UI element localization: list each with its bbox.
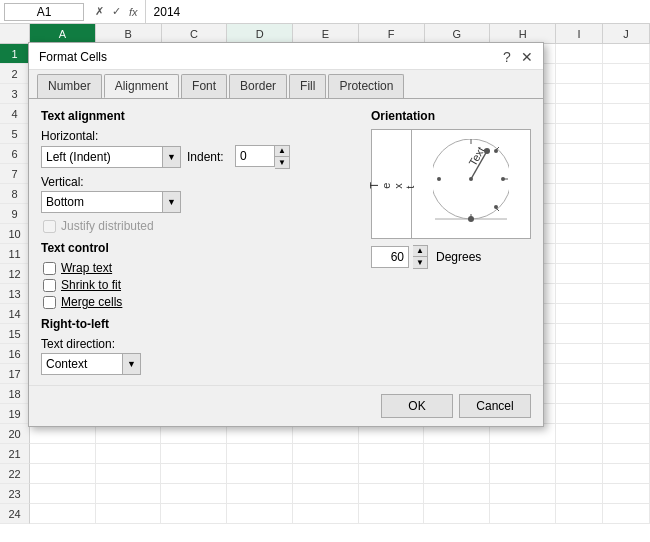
indent-input[interactable] bbox=[235, 145, 275, 167]
dialog-controls: ? ✕ bbox=[499, 49, 535, 65]
help-button[interactable]: ? bbox=[499, 49, 515, 65]
tab-font[interactable]: Font bbox=[181, 74, 227, 98]
indent-spinner-buttons: ▲ ▼ bbox=[275, 145, 290, 169]
shrink-to-fit-checkbox[interactable] bbox=[43, 279, 56, 292]
vertical-dropdown[interactable]: Bottom ▼ bbox=[41, 191, 181, 213]
vertical-value: Bottom bbox=[42, 195, 162, 209]
text-direction-label: Text direction: bbox=[41, 337, 359, 351]
degrees-input[interactable] bbox=[371, 246, 409, 268]
orientation-box[interactable]: Text bbox=[371, 129, 531, 239]
justify-distributed-checkbox[interactable] bbox=[43, 220, 56, 233]
vertical-label: Vertical: bbox=[41, 175, 359, 189]
tab-number[interactable]: Number bbox=[37, 74, 102, 98]
horizontal-dropdown[interactable]: Left (Indent) ▼ bbox=[41, 146, 181, 168]
orient-angle-area[interactable]: Text bbox=[412, 130, 530, 238]
left-panel: Text alignment Horizontal: Left (Indent)… bbox=[41, 109, 359, 375]
svg-point-9 bbox=[469, 177, 473, 181]
tab-alignment[interactable]: Alignment bbox=[104, 74, 179, 98]
dialog-title-bar: Format Cells ? ✕ bbox=[29, 43, 543, 70]
wrap-text-checkbox[interactable] bbox=[43, 262, 56, 275]
horizontal-arrow-icon[interactable]: ▼ bbox=[162, 147, 180, 167]
text-direction-arrow-icon[interactable]: ▼ bbox=[122, 354, 140, 374]
indent-label: Indent: bbox=[187, 150, 227, 164]
orientation-semicircle[interactable]: Text bbox=[433, 139, 509, 229]
vertical-arrow-icon[interactable]: ▼ bbox=[162, 192, 180, 212]
shrink-to-fit-label: Shrink to fit bbox=[61, 278, 121, 292]
orient-vertical-text[interactable]: Text bbox=[372, 130, 412, 238]
text-control-label: Text control bbox=[41, 241, 359, 255]
svg-point-13 bbox=[494, 205, 498, 209]
indent-spinner[interactable]: ▲ ▼ bbox=[235, 145, 290, 169]
degrees-down-btn[interactable]: ▼ bbox=[413, 257, 427, 268]
svg-point-7 bbox=[484, 148, 490, 154]
degrees-label: Degrees bbox=[436, 250, 481, 264]
wrap-text-row: Wrap text bbox=[43, 261, 359, 275]
indent-up-btn[interactable]: ▲ bbox=[275, 146, 289, 157]
cancel-button[interactable]: Cancel bbox=[459, 394, 531, 418]
wrap-text-label: Wrap text bbox=[61, 261, 112, 275]
horizontal-label: Horizontal: bbox=[41, 129, 359, 143]
degrees-row: ▲ ▼ Degrees bbox=[371, 245, 531, 269]
merge-cells-row: Merge cells bbox=[43, 295, 359, 309]
text-alignment-label: Text alignment bbox=[41, 109, 359, 123]
tab-border[interactable]: Border bbox=[229, 74, 287, 98]
right-to-left-label: Right-to-left bbox=[41, 317, 359, 331]
svg-point-8 bbox=[468, 216, 474, 222]
tab-fill[interactable]: Fill bbox=[289, 74, 326, 98]
right-panel: Orientation Text bbox=[371, 109, 531, 375]
dialog-body: Text alignment Horizontal: Left (Indent)… bbox=[29, 98, 543, 385]
svg-point-10 bbox=[501, 177, 505, 181]
degrees-spinner-buttons: ▲ ▼ bbox=[413, 245, 428, 269]
dialog-footer: OK Cancel bbox=[29, 385, 543, 426]
format-cells-dialog: Format Cells ? ✕ Number Alignment Font B… bbox=[28, 42, 544, 427]
svg-point-11 bbox=[437, 177, 441, 181]
vertical-text-label: Text bbox=[368, 179, 416, 189]
indent-down-btn[interactable]: ▼ bbox=[275, 157, 289, 168]
text-direction-value: Context bbox=[42, 357, 122, 371]
degrees-up-btn[interactable]: ▲ bbox=[413, 246, 427, 257]
close-button[interactable]: ✕ bbox=[519, 49, 535, 65]
merge-cells-label: Merge cells bbox=[61, 295, 122, 309]
tab-protection[interactable]: Protection bbox=[328, 74, 404, 98]
shrink-to-fit-row: Shrink to fit bbox=[43, 278, 359, 292]
orientation-label: Orientation bbox=[371, 109, 531, 123]
justify-distributed-row: Justify distributed bbox=[43, 219, 359, 233]
dialog-overlay: Format Cells ? ✕ Number Alignment Font B… bbox=[0, 0, 650, 542]
horizontal-value: Left (Indent) bbox=[42, 150, 162, 164]
merge-cells-checkbox[interactable] bbox=[43, 296, 56, 309]
ok-button[interactable]: OK bbox=[381, 394, 453, 418]
text-direction-dropdown[interactable]: Context ▼ bbox=[41, 353, 141, 375]
justify-distributed-label: Justify distributed bbox=[61, 219, 154, 233]
tab-bar: Number Alignment Font Border Fill Protec… bbox=[29, 70, 543, 98]
svg-point-12 bbox=[494, 149, 498, 153]
dialog-title: Format Cells bbox=[39, 50, 107, 64]
